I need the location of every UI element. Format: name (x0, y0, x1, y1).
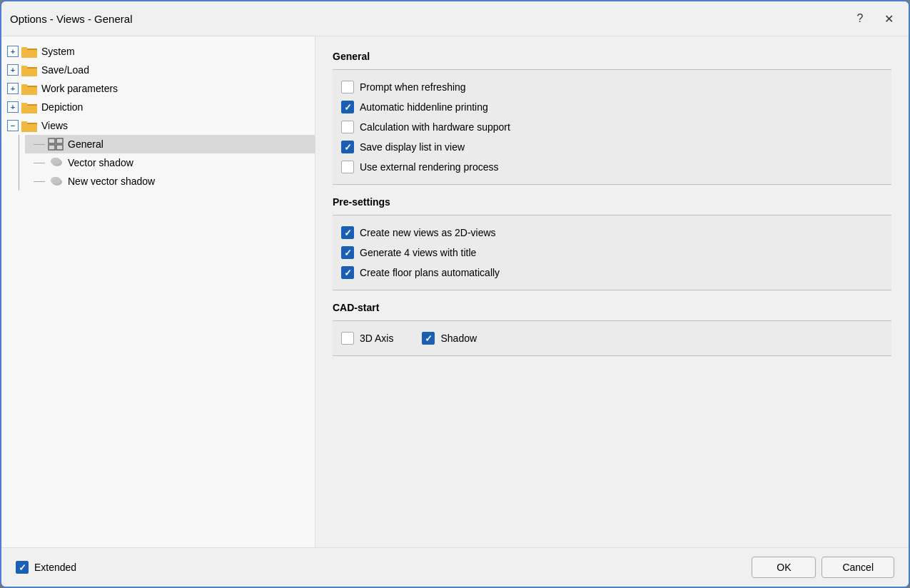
row-save-display: Save display list in view (333, 137, 891, 157)
label-create-2d: Create new views as 2D-views (360, 227, 496, 238)
cancel-button[interactable]: Cancel (821, 557, 894, 578)
cb-extended[interactable] (16, 561, 29, 574)
tree-item-workparams[interactable]: + Work parameters (1, 79, 315, 98)
cad-start-row: 3D Axis Shadow (333, 328, 891, 348)
expand-views[interactable]: − (7, 120, 19, 131)
cb-generate-4views[interactable] (341, 246, 354, 259)
row-prompt-refresh: Prompt when refreshing (333, 77, 891, 97)
main-content: + System + (1, 36, 909, 547)
tree-item-saveload[interactable]: + Save/Load (1, 61, 315, 79)
cb-3daxis[interactable] (341, 332, 354, 345)
svg-rect-9 (21, 84, 27, 88)
svg-rect-19 (56, 145, 63, 150)
row-create-floor: Create floor plans automatically (333, 263, 891, 283)
extended-check: Extended (16, 561, 76, 574)
tree-label-saveload: Save/Load (41, 64, 89, 76)
cb-use-external[interactable] (341, 161, 354, 173)
label-generate-4views: Generate 4 views with title (360, 247, 476, 258)
label-save-display: Save display list in view (360, 141, 465, 153)
bottom-bar: Extended OK Cancel (1, 547, 909, 587)
row-use-external: Use external rendering process (333, 157, 891, 177)
section-general: General Prompt when refreshing Automatic… (333, 51, 891, 185)
cb-save-display[interactable] (341, 141, 354, 153)
svg-rect-6 (21, 66, 27, 69)
label-use-external: Use external rendering process (360, 161, 499, 173)
svg-rect-17 (56, 138, 63, 143)
general-icon (48, 138, 64, 151)
left-panel: + System + (1, 36, 315, 547)
ok-button[interactable]: OK (752, 557, 816, 578)
tree-label-newvectorshadow: New vector shadow (68, 176, 155, 187)
tree-child-vectorshadow[interactable]: Vector shadow (25, 153, 315, 172)
dialog-title: Options - Views - General (10, 13, 132, 25)
cad-item-shadow: Shadow (422, 332, 477, 345)
svg-point-25 (51, 177, 61, 184)
row-auto-hiddenline: Automatic hiddenline printing (333, 97, 891, 117)
svg-rect-8 (21, 87, 37, 95)
right-panel: General Prompt when refreshing Automatic… (315, 36, 909, 547)
section-presettings-title: Pre-settings (333, 196, 891, 208)
tree-label-workparams: Work parameters (41, 83, 118, 94)
dialog: Options - Views - General ? ✕ + Sy (0, 0, 910, 588)
svg-rect-18 (49, 145, 55, 150)
svg-rect-15 (21, 121, 27, 125)
expand-workparams[interactable]: + (7, 83, 19, 94)
tree-label-depiction: Depiction (41, 101, 83, 113)
cb-create-floor[interactable] (341, 266, 354, 279)
section-cadstart-content: 3D Axis Shadow (333, 320, 891, 356)
views-children: General (25, 135, 315, 191)
views-children-container: General (1, 135, 315, 191)
tree-child-newvectorshadow[interactable]: New vector shadow (25, 172, 315, 191)
expand-system[interactable]: + (7, 46, 19, 57)
svg-rect-12 (21, 103, 27, 106)
cb-prompt-refresh[interactable] (341, 81, 354, 93)
cb-calc-hardware[interactable] (341, 121, 354, 133)
section-cadstart-title: CAD-start (333, 302, 891, 313)
section-general-content: Prompt when refreshing Automatic hiddenl… (333, 69, 891, 185)
section-presettings-content: Create new views as 2D-views Generate 4 … (333, 215, 891, 290)
hline-vectorshadow (34, 163, 45, 163)
folder-icon-workparams (21, 82, 37, 95)
label-auto-hiddenline: Automatic hiddenline printing (360, 101, 488, 113)
titlebar-controls: ? ✕ (849, 7, 900, 30)
folder-icon-depiction (21, 101, 37, 113)
tree-item-depiction[interactable]: + Depiction (1, 98, 315, 116)
expand-saveload[interactable]: + (7, 64, 19, 76)
tree-label-views: Views (41, 120, 68, 131)
hline-newvectorshadow (34, 181, 45, 182)
svg-rect-16 (49, 138, 55, 143)
close-button[interactable]: ✕ (877, 7, 900, 30)
label-shadow: Shadow (440, 333, 477, 344)
label-create-floor: Create floor plans automatically (360, 267, 500, 278)
folder-icon-saveload (21, 64, 37, 76)
help-button[interactable]: ? (849, 7, 871, 30)
cb-auto-hiddenline[interactable] (341, 101, 354, 113)
cb-create-2d[interactable] (341, 226, 354, 239)
tree-child-general[interactable]: General (25, 135, 315, 153)
spacer (333, 368, 891, 533)
expand-depiction[interactable]: + (7, 101, 19, 113)
tree-item-views[interactable]: − Views (1, 116, 315, 135)
row-create-2d: Create new views as 2D-views (333, 223, 891, 243)
cad-item-axis: 3D Axis (341, 332, 393, 345)
label-3daxis: 3D Axis (360, 333, 393, 344)
row-calc-hardware: Calculation with hardware support (333, 117, 891, 137)
svg-rect-3 (21, 47, 27, 51)
svg-rect-14 (21, 124, 37, 132)
section-cadstart: CAD-start 3D Axis Shadow (333, 302, 891, 356)
hline-general (34, 144, 45, 145)
svg-rect-2 (21, 50, 37, 58)
folder-icon-views (21, 119, 37, 132)
cb-shadow[interactable] (422, 332, 435, 345)
tree-item-system[interactable]: + System (1, 42, 315, 61)
tree-vline (19, 135, 19, 191)
vectorshadow-icon (48, 156, 64, 169)
section-general-title: General (333, 51, 891, 62)
label-prompt-refresh: Prompt when refreshing (360, 81, 466, 93)
newvectorshadow-icon (48, 175, 64, 188)
titlebar: Options - Views - General ? ✕ (1, 1, 909, 36)
folder-icon-system (21, 45, 37, 58)
tree-label-system: System (41, 46, 75, 57)
tree-label-general: General (68, 138, 103, 150)
svg-point-22 (51, 158, 61, 165)
